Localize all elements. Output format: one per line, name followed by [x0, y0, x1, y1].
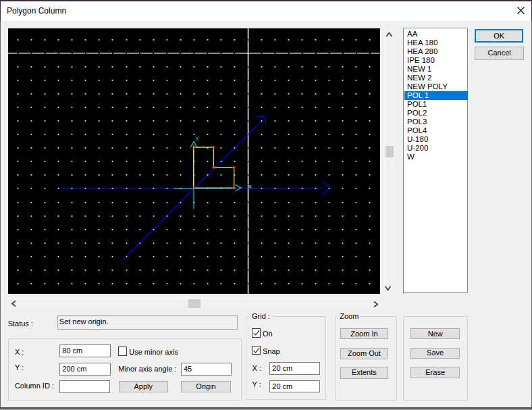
- svg-text:Y: Y: [195, 134, 199, 141]
